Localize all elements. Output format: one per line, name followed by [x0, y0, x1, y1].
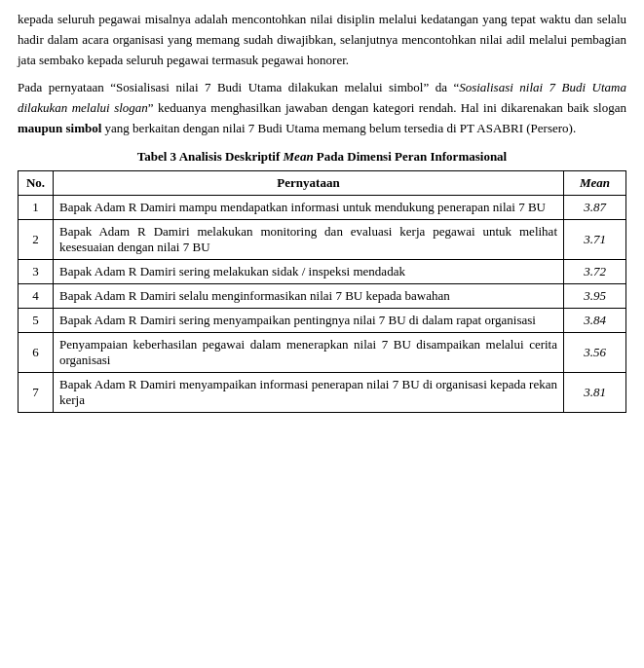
table-row: 4Bapak Adam R Damiri selalu menginformas…	[19, 283, 626, 308]
cell-no-4: 4	[19, 283, 54, 308]
table-row: 5Bapak Adam R Damiri sering menyampaikan…	[19, 308, 626, 332]
cell-pernyataan-2: Bapak Adam R Damiri melakukan monitoring…	[54, 219, 564, 259]
paragraph-2: Pada pernyataan “Sosialisasi nilai 7 Bud…	[18, 78, 626, 138]
table-row: 7Bapak Adam R Damiri menyampaikan inform…	[19, 372, 626, 412]
cell-no-3: 3	[19, 259, 54, 283]
table-row: 3Bapak Adam R Damiri sering melakukan si…	[19, 259, 626, 283]
table-row: 2Bapak Adam R Damiri melakukan monitorin…	[19, 219, 626, 259]
cell-pernyataan-1: Bapak Adam R Damiri mampu mendapatkan in…	[54, 195, 564, 219]
paragraph-1-text: kepada seluruh pegawai misalnya adalah m…	[18, 12, 626, 67]
cell-no-7: 7	[19, 372, 54, 412]
cell-mean-5: 3.84	[564, 308, 626, 332]
table-row: 6Penyampaian keberhasilan pegawai dalam …	[19, 332, 626, 372]
cell-pernyataan-4: Bapak Adam R Damiri selalu menginformasi…	[54, 283, 564, 308]
cell-mean-7: 3.81	[564, 372, 626, 412]
cell-pernyataan-5: Bapak Adam R Damiri sering menyampaikan …	[54, 308, 564, 332]
paragraph-2-text: Pada pernyataan “Sosialisasi nilai 7 Bud…	[18, 80, 626, 135]
cell-no-2: 2	[19, 219, 54, 259]
table-title-italic: Mean	[284, 149, 314, 164]
main-table: No. Pernyataan Mean 1Bapak Adam R Damiri…	[18, 170, 626, 413]
cell-no-5: 5	[19, 308, 54, 332]
cell-pernyataan-6: Penyampaian keberhasilan pegawai dalam m…	[54, 332, 564, 372]
header-pernyataan: Pernyataan	[54, 170, 564, 195]
cell-mean-3: 3.72	[564, 259, 626, 283]
cell-mean-1: 3.87	[564, 195, 626, 219]
cell-pernyataan-3: Bapak Adam R Damiri sering melakukan sid…	[54, 259, 564, 283]
cell-pernyataan-7: Bapak Adam R Damiri menyampaikan informa…	[54, 372, 564, 412]
table-title: Tabel 3 Analisis Deskriptif Mean Pada Di…	[18, 149, 626, 165]
cell-mean-6: 3.56	[564, 332, 626, 372]
cell-no-6: 6	[19, 332, 54, 372]
cell-mean-4: 3.95	[564, 283, 626, 308]
cell-mean-2: 3.71	[564, 219, 626, 259]
table-row: 1Bapak Adam R Damiri mampu mendapatkan i…	[19, 195, 626, 219]
cell-no-1: 1	[19, 195, 54, 219]
header-no: No.	[19, 170, 54, 195]
paragraph-1: kepada seluruh pegawai misalnya adalah m…	[18, 10, 626, 70]
table-header-row: No. Pernyataan Mean	[19, 170, 626, 195]
header-mean: Mean	[564, 170, 626, 195]
